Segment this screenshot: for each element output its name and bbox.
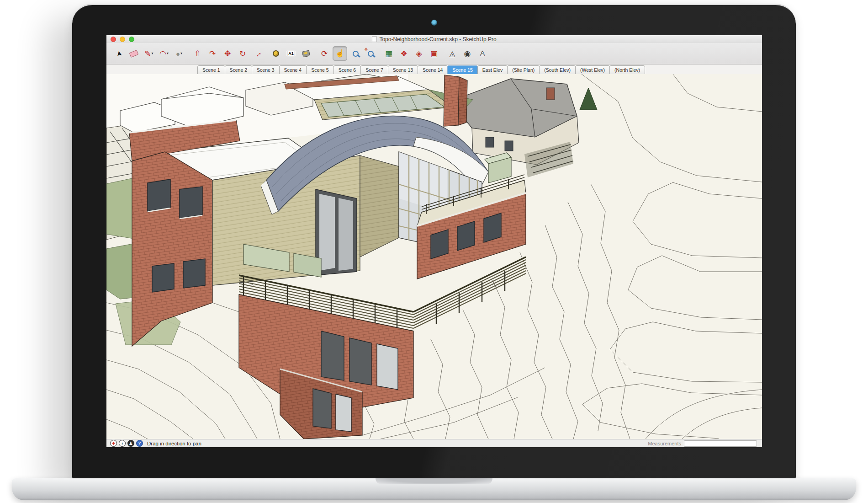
sign-in-icon[interactable]: ♟ [127,440,134,447]
scale-icon: ↔ [252,48,263,59]
scene-tab-west-elev[interactable]: (West Elev) [575,65,610,74]
scale-tool[interactable]: ↔ [251,47,265,60]
zoom-tool[interactable] [349,47,362,60]
tape-measure-icon [273,50,279,57]
orbit-icon: ⟳ [321,50,328,58]
laptop-bezel: Topo-Neighborhood-Current.skp - SketchUp… [72,4,796,482]
window-title: Topo-Neighborhood-Current.skp - SketchUp… [106,36,762,43]
component-icon: ▣ [430,50,438,58]
rotate-tool[interactable]: ↻ [236,47,249,60]
zoom-extents-tool[interactable] [364,47,377,60]
follow-me-icon: ↷ [209,50,216,58]
zoom-icon [353,51,359,57]
eraser-tool[interactable] [127,47,141,60]
paint-bucket-tool[interactable] [299,47,313,60]
arc-icon: ◠ [159,50,166,58]
model-3d-view [106,74,762,439]
laptop-lid-notch [376,478,492,484]
credits-icon[interactable]: i [119,440,126,447]
extension-warehouse-icon: ◈ [416,50,422,58]
component-tool[interactable]: ▣ [427,47,441,60]
orbit-tool[interactable]: ⟳ [318,47,331,60]
position-camera-icon: ◬ [449,50,455,58]
walk-tool[interactable]: ♙ [476,47,489,60]
scene-tab-scene-14[interactable]: Scene 14 [418,65,448,74]
walk-icon: ♙ [479,50,486,58]
tape-measure-tool[interactable] [269,47,283,60]
text-tool[interactable]: A1 [284,47,298,60]
look-around-icon: ◉ [464,50,471,58]
scene-tab-scene-4[interactable]: Scene 4 [279,65,307,74]
select-icon: ➤ [115,50,123,57]
arc-tool[interactable]: ◠▾ [157,47,171,60]
arc-dropdown-caret[interactable]: ▾ [167,52,169,55]
scene-tab-scene-2[interactable]: Scene 2 [225,65,253,74]
status-bar: i♟? Drag in direction to pan Measurement… [106,439,762,447]
shapes-icon: ● [176,50,180,57]
shapes-tool[interactable]: ●▾ [172,47,186,60]
scene-tab-scene-6[interactable]: Scene 6 [333,65,361,74]
add-location-icon: ▦ [385,50,392,58]
scene-tab-scene-1[interactable]: Scene 1 [197,65,225,74]
photo-textures-tool[interactable]: ❖ [397,47,411,60]
extension-warehouse-tool[interactable]: ◈ [412,47,426,60]
shapes-dropdown-caret[interactable]: ▾ [180,52,182,55]
pan-tool[interactable]: ☝ [333,46,347,61]
viewport-canvas[interactable] [106,74,762,439]
scene-tab-scene-5[interactable]: Scene 5 [306,65,334,74]
help-icon[interactable]: ? [136,440,143,447]
push-pull-icon: ⇧ [194,50,201,58]
look-around-tool[interactable]: ◉ [460,47,474,60]
photo-textures-icon: ❖ [400,50,407,58]
document-icon [372,36,377,42]
follow-me-tool[interactable]: ↷ [206,47,219,60]
measurements-input[interactable] [684,440,757,447]
position-camera-tool[interactable]: ◬ [445,47,459,60]
laptop-base [12,478,856,500]
scene-tab-scene-7[interactable]: Scene 7 [360,65,388,74]
move-tool[interactable]: ✥ [221,47,234,60]
webcam-icon [431,20,437,26]
eraser-icon [129,50,139,58]
scene-tab-scene-3[interactable]: Scene 3 [252,65,280,74]
move-icon: ✥ [224,50,231,58]
push-pull-tool[interactable]: ⇧ [191,47,204,60]
line-tool[interactable]: ✎▾ [142,47,156,60]
zoom-extents-icon [368,51,374,57]
status-hint: Drag in direction to pan [147,441,201,446]
scene-tab-scene-13[interactable]: Scene 13 [388,65,418,74]
select-tool[interactable]: ➤ [112,47,126,60]
measurements-label: Measurements [648,441,681,446]
title-bar: Topo-Neighborhood-Current.skp - SketchUp… [106,35,762,43]
pan-icon: ☝ [335,50,344,57]
scene-tab-site-plan[interactable]: (Site Plan) [507,65,540,74]
scene-tabs: Scene 1Scene 2Scene 3Scene 4Scene 5Scene… [106,64,762,75]
line-icon: ✎ [144,50,151,58]
scene-tab-scene-15[interactable]: Scene 15 [447,65,477,74]
add-location-tool[interactable]: ▦ [382,47,396,60]
toolbar: ➤✎▾◠▾●▾⇧↷✥↻↔A1⟳☝▦❖◈▣◬◉♙ [106,43,762,64]
line-dropdown-caret[interactable]: ▾ [152,52,153,55]
geolocation-icon[interactable] [110,440,117,447]
rotate-icon: ↻ [239,50,246,58]
paint-bucket-icon [302,50,310,57]
scene-tab-north-elev[interactable]: (North Elev) [609,65,645,74]
status-icons: i♟? [110,440,145,447]
scene-tab-south-elev[interactable]: (South Elev) [539,65,576,74]
scene-tab-east-elev[interactable]: East Elev [477,65,508,74]
text-icon: A1 [287,51,295,56]
sketchup-window: Topo-Neighborhood-Current.skp - SketchUp… [106,35,762,447]
